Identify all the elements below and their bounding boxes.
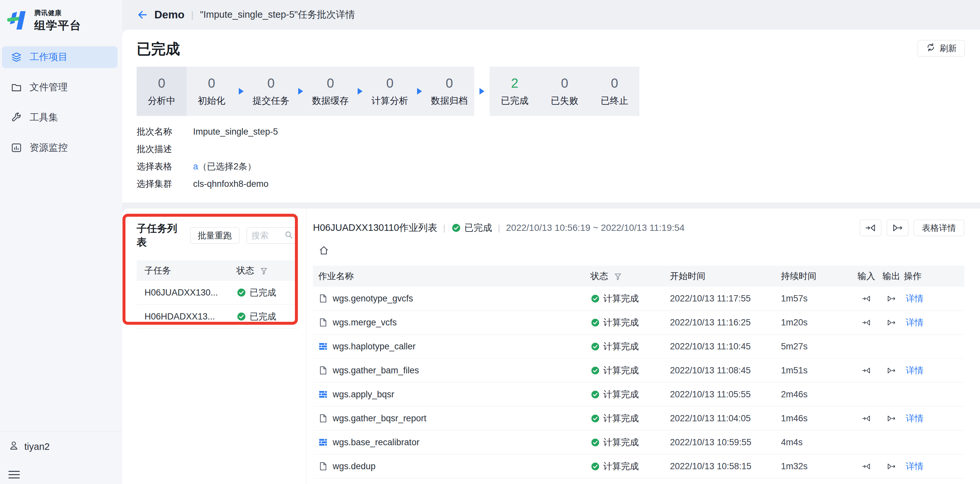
- batch-status-title: 已完成: [137, 40, 964, 59]
- folder-icon: [11, 81, 22, 93]
- table-link[interactable]: a: [193, 162, 198, 172]
- success-check-icon: [590, 366, 600, 375]
- success-check-icon: [590, 342, 600, 351]
- stage-arrow-icon: [417, 88, 422, 95]
- output-panel-button[interactable]: [887, 220, 908, 236]
- job-row: wgs.haplotype_caller 计算完成 2022/10/13 11:…: [313, 334, 964, 358]
- jobs-status-badge: 已完成: [451, 221, 492, 234]
- job-row: wgs.gather_bam_files 计算完成 2022/10/13 11:…: [313, 358, 964, 382]
- sidebar: 腾讯健康 组学平台 工作项目 文件管理: [0, 0, 122, 484]
- app-root: 腾讯健康 组学平台 工作项目 文件管理: [0, 0, 980, 484]
- info-row-batch-desc: 批次描述: [137, 143, 964, 155]
- jobs-table-header: 作业名称 状态 开始时间 持续时间 输入 输出 操作: [313, 266, 964, 287]
- output-icon[interactable]: [887, 366, 896, 375]
- input-icon[interactable]: [862, 462, 871, 471]
- stage-arrow-icon: [358, 88, 363, 95]
- refresh-icon: [926, 42, 935, 54]
- tasks-card: 子任务列表 批量重跑 子任务: [122, 209, 980, 484]
- input-icon[interactable]: [862, 414, 871, 423]
- stage-terminated: 0 已终止: [590, 67, 640, 116]
- stage-failed: 0 已失败: [539, 67, 590, 116]
- output-icon: [892, 223, 903, 233]
- refresh-button[interactable]: 刷新: [918, 40, 965, 56]
- sidebar-item-label: 工作项目: [30, 51, 68, 64]
- sidebar-item-label: 工具集: [30, 111, 58, 124]
- collapse-menu-icon[interactable]: [8, 471, 20, 478]
- main-area: Demo | "Impute_single_step-5"任务批次详情 已完成 …: [122, 0, 980, 484]
- input-panel-button[interactable]: [860, 220, 881, 236]
- monitor-icon: [11, 142, 22, 154]
- card-gap: [122, 202, 980, 209]
- subtask-panel: 子任务列表 批量重跑 子任务: [122, 209, 306, 484]
- success-check-icon: [590, 438, 600, 447]
- output-icon[interactable]: [887, 462, 896, 471]
- detail-link[interactable]: 详情: [904, 317, 924, 327]
- sidebar-item-resource-monitor[interactable]: 资源监控: [2, 137, 118, 159]
- pipeline-stepper: 0 分析中 0 初始化 0 提交任务 0 数据缓存: [137, 67, 964, 116]
- output-icon[interactable]: [887, 414, 896, 423]
- file-icon: [318, 413, 328, 424]
- sidebar-item-toolset[interactable]: 工具集: [2, 107, 118, 128]
- info-row-batch-name: 批次名称 Impute_single_step-5: [137, 126, 964, 138]
- stage-compute: 0 计算分析: [365, 67, 415, 116]
- wrench-icon: [11, 111, 22, 123]
- stage-completed: 2 已完成: [490, 67, 539, 116]
- job-row: wgs.base_recalibrator 计算完成 2022/10/13 10…: [313, 430, 964, 454]
- job-row: wgs.apply_bqsr 计算完成 2022/10/13 11:05:55 …: [313, 382, 964, 406]
- sidebar-item-work-projects[interactable]: 工作项目: [2, 46, 118, 68]
- pipeline-stages: 0 分析中 0 初始化 0 提交任务 0 数据缓存: [137, 67, 474, 116]
- status-filter-icon[interactable]: [614, 272, 622, 280]
- success-check-icon: [590, 414, 600, 423]
- job-row: wgs.merge_vcfs 计算完成 2022/10/13 11:16:25 …: [313, 310, 964, 334]
- brand-logo: 腾讯健康 组学平台: [0, 0, 122, 42]
- brand-line2: 组学平台: [34, 18, 81, 33]
- detail-link[interactable]: 详情: [904, 461, 924, 471]
- sidebar-nav: 工作项目 文件管理 工具集: [0, 46, 122, 167]
- stack-icon: [318, 437, 328, 447]
- search-input[interactable]: [251, 231, 284, 241]
- subtask-row[interactable]: H06HDADXX13... 已完成: [137, 305, 298, 329]
- table-detail-button[interactable]: 表格详情: [914, 220, 964, 236]
- stage-arrow-icon: [239, 88, 244, 95]
- search-icon[interactable]: [284, 230, 293, 241]
- breadcrumb-separator: |: [191, 10, 193, 20]
- sidebar-item-file-management[interactable]: 文件管理: [2, 76, 118, 98]
- back-arrow-icon[interactable]: [137, 8, 150, 21]
- sidebar-footer: tiyan2: [0, 431, 122, 484]
- output-icon[interactable]: [887, 318, 896, 327]
- breadcrumb-demo[interactable]: Demo: [154, 8, 185, 21]
- subtask-row[interactable]: H06JUADXX130... 已完成: [137, 281, 298, 305]
- stack-icon: [318, 341, 328, 352]
- success-check-icon: [590, 390, 600, 399]
- input-icon[interactable]: [862, 318, 871, 327]
- batch-overview-card: 已完成 刷新 0 分析中 0 初始化: [122, 30, 980, 202]
- user-icon: [8, 440, 19, 453]
- jobs-panel: H06JUADXX130110作业列表 | 已完成 | 2022/10/13 1…: [306, 209, 980, 484]
- jobs-time-range: 2022/10/13 10:56:19 ~ 2022/10/13 11:19:5…: [506, 223, 685, 233]
- detail-link[interactable]: 详情: [904, 413, 924, 423]
- stage-arrow-icon: [479, 88, 484, 95]
- file-icon: [318, 461, 328, 471]
- input-icon[interactable]: [862, 366, 871, 375]
- job-row: wgs.gather_bqsr_report 计算完成 2022/10/13 1…: [313, 406, 964, 430]
- info-row-selected-table: 选择表格 a （已选择2条）: [137, 161, 964, 172]
- status-filter-icon[interactable]: [260, 267, 268, 274]
- batch-info: 批次名称 Impute_single_step-5 批次描述 选择表格 a （已…: [137, 126, 964, 190]
- home-icon[interactable]: [318, 245, 329, 256]
- job-row: wgs.dedup 计算完成 2022/10/13 10:58:15 1m32s…: [313, 454, 964, 478]
- input-icon[interactable]: [862, 294, 871, 303]
- success-check-icon: [590, 318, 600, 327]
- subtask-table: 子任务 状态 H06JUADXX130... 已完成: [137, 260, 298, 329]
- success-check-icon: [237, 312, 246, 322]
- file-icon: [318, 293, 328, 304]
- sidebar-item-label: 资源监控: [30, 141, 68, 154]
- detail-link[interactable]: 详情: [904, 365, 924, 375]
- output-icon[interactable]: [887, 294, 896, 303]
- jobs-panel-title: H06JUADXX130110作业列表: [313, 221, 437, 234]
- brand-line1: 腾讯健康: [34, 8, 81, 18]
- subtask-search-box[interactable]: [247, 227, 298, 244]
- user-menu[interactable]: tiyan2: [8, 440, 122, 453]
- batch-rerun-button[interactable]: 批量重跑: [190, 227, 239, 244]
- detail-link[interactable]: 详情: [904, 293, 924, 303]
- username: tiyan2: [24, 441, 49, 452]
